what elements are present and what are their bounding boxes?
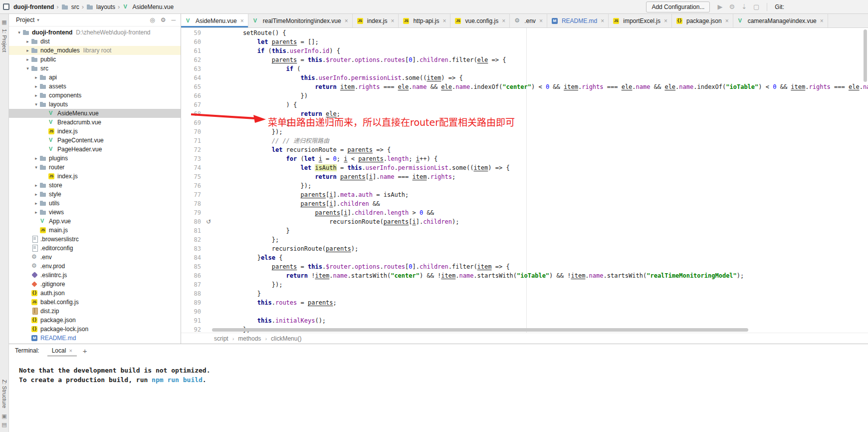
tree-item-main.js[interactable]: main.js: [9, 226, 181, 235]
chevron-closed-icon[interactable]: ▸: [33, 192, 39, 197]
tree-item-.env.prod[interactable]: .env.prod: [9, 262, 181, 271]
tree-item-dist.zip[interactable]: dist.zip: [9, 307, 181, 316]
locate-icon[interactable]: ◎: [150, 16, 155, 23]
tree-item-router[interactable]: ▾router: [9, 163, 181, 172]
tree-item-index.js[interactable]: index.js: [9, 127, 181, 136]
chevron-closed-icon[interactable]: ▸: [33, 201, 39, 206]
tab-close-icon[interactable]: ×: [539, 17, 543, 24]
favorites-tool-icon[interactable]: ▣: [1, 414, 6, 419]
tree-item-.eslintrc.js[interactable]: .eslintrc.js: [9, 271, 181, 280]
editor-tab-asidemenu.vue[interactable]: AsideMenu.vue×: [181, 14, 248, 27]
tree-item-views[interactable]: ▸views: [9, 208, 181, 217]
chevron-open-icon[interactable]: ▾: [16, 30, 22, 35]
tree-item-utils[interactable]: ▸utils: [9, 199, 181, 208]
title-crumb-src[interactable]: src: [61, 3, 79, 10]
chevron-closed-icon[interactable]: ▸: [33, 75, 39, 80]
chevron-closed-icon[interactable]: ▸: [33, 210, 39, 215]
terminal-tool-icon[interactable]: ▤: [1, 422, 6, 428]
editor-tab-realtimemonitoring-index.vue[interactable]: realTimeMonitoring\index.vue×: [248, 14, 353, 27]
tab-close-icon[interactable]: ×: [391, 17, 394, 24]
tree-item-style[interactable]: ▸style: [9, 190, 181, 199]
chevron-closed-icon[interactable]: ▸: [33, 156, 39, 161]
tab-close-icon[interactable]: ×: [502, 17, 505, 24]
editor-tab-http-api.js[interactable]: http-api.js×: [399, 14, 450, 27]
tab-close-icon[interactable]: ×: [725, 17, 729, 24]
chevron-closed-icon[interactable]: ▸: [33, 93, 39, 98]
tree-item-breadcrumb.vue[interactable]: Breadcrumb.vue: [9, 118, 181, 127]
tree-item-app.vue[interactable]: App.vue: [9, 217, 181, 226]
tab-close-icon[interactable]: ×: [601, 17, 604, 24]
tree-item-.gitignore[interactable]: .gitignore: [9, 280, 181, 289]
tree-item-pageheader.vue[interactable]: PageHeader.vue: [9, 145, 181, 154]
editor-tab-vue.config.js[interactable]: vue.config.js×: [450, 14, 510, 27]
tab-close-icon[interactable]: ×: [240, 17, 244, 24]
tool-windows-icon[interactable]: ▦: [1, 19, 6, 25]
chevron-open-icon[interactable]: ▾: [33, 165, 39, 170]
title-crumb-duoji-frontend[interactable]: duoji-frontend: [13, 3, 54, 10]
tab-close-icon[interactable]: ×: [664, 17, 667, 24]
tree-item-duoji-frontend[interactable]: ▾duoji-frontendD:\zheheWeb\duoji-fronten…: [9, 28, 181, 37]
editor-tab-cameramanage-index.vue[interactable]: cameraManage\index.vue×: [733, 14, 828, 27]
stop-square-icon[interactable]: ▢: [753, 3, 759, 10]
add-configuration-button[interactable]: Add Configuration...: [646, 1, 710, 12]
chevron-open-icon[interactable]: ▾: [24, 66, 31, 71]
tree-item-assets[interactable]: ▸assets: [9, 82, 181, 91]
chevron-closed-icon[interactable]: ▸: [24, 57, 31, 62]
chevron-down-icon[interactable]: ▾: [37, 17, 39, 22]
tree-item-layouts[interactable]: ▾layouts: [9, 100, 181, 109]
tree-item-api[interactable]: ▸api: [9, 73, 181, 82]
chevron-closed-icon[interactable]: ▸: [33, 84, 39, 89]
tree-item-index.js[interactable]: index.js: [9, 172, 181, 181]
tree-item-store[interactable]: ▸store: [9, 181, 181, 190]
breadcrumb-clickmenu-[interactable]: clickMenu(): [271, 335, 301, 342]
breadcrumb-script[interactable]: script: [214, 335, 228, 342]
chevron-closed-icon[interactable]: ▸: [24, 48, 31, 53]
tree-item-src[interactable]: ▾src: [9, 64, 181, 73]
tool-button-structure[interactable]: Z: Structure: [1, 380, 7, 408]
tree-item-dist[interactable]: ▸dist: [9, 37, 181, 46]
tree-item-.env[interactable]: .env: [9, 253, 181, 262]
tree-item-package-lock.json[interactable]: package-lock.json: [9, 325, 181, 334]
close-icon[interactable]: ×: [69, 348, 72, 354]
settings-gear-icon[interactable]: ⚙: [729, 3, 735, 10]
tab-close-icon[interactable]: ×: [820, 17, 824, 24]
terminal-tab-local[interactable]: Local ×: [47, 345, 77, 357]
tree-item-components[interactable]: ▸components: [9, 91, 181, 100]
editor-tab-importexcel.js[interactable]: importExcel.js×: [609, 14, 672, 27]
tree-item-plugins[interactable]: ▸plugins: [9, 154, 181, 163]
chevron-closed-icon[interactable]: ▸: [33, 183, 39, 188]
tree-item-babel.config.js[interactable]: babel.config.js: [9, 298, 181, 307]
editor-tab-.env[interactable]: .env×: [510, 14, 547, 27]
editor-tab-readme.md[interactable]: README.md×: [547, 14, 609, 27]
hide-panel-icon[interactable]: ─: [171, 16, 176, 23]
breadcrumb-methods[interactable]: methods: [238, 335, 261, 342]
update-arrow-icon[interactable]: ⇣: [741, 3, 747, 10]
run-icon[interactable]: ▶: [717, 3, 722, 10]
terminal-output[interactable]: Note that the development build is not o…: [9, 357, 868, 432]
editor-tab-index.js[interactable]: index.js×: [353, 14, 399, 27]
title-crumb-asidemenu.vue[interactable]: AsideMenu.vue: [122, 3, 174, 10]
tree-item-auth.json[interactable]: auth.json: [9, 289, 181, 298]
tree-item-node-modules[interactable]: ▸node_moduleslibrary root: [9, 46, 181, 55]
code-editor[interactable]: 59 setRoute() {60 let parents = [];61 if…: [181, 28, 868, 333]
chevron-open-icon[interactable]: ▾: [33, 102, 39, 107]
tree-item-asidemenu.vue[interactable]: AsideMenu.vue: [9, 109, 181, 118]
tree-item-.browserslistrc[interactable]: .browserslistrc: [9, 235, 181, 244]
editor-tab-package.json[interactable]: package.json×: [672, 14, 733, 27]
chevron-closed-icon[interactable]: ▸: [24, 39, 31, 44]
tab-close-icon[interactable]: ×: [442, 17, 446, 24]
tree-item-pagecontent.vue[interactable]: PageContent.vue: [9, 136, 181, 145]
tree-item-.editorconfig[interactable]: .editorconfig: [9, 244, 181, 253]
title-crumb-layouts[interactable]: layouts: [86, 3, 115, 10]
horizontal-scrollbar[interactable]: [212, 328, 748, 332]
tab-close-icon[interactable]: ×: [345, 17, 348, 24]
vertical-scrollbar[interactable]: [864, 29, 867, 82]
settings-gear-icon[interactable]: ⚙: [161, 16, 166, 23]
tree-item-readme.md[interactable]: README.md: [9, 334, 181, 343]
project-panel-title[interactable]: Project: [16, 16, 34, 23]
new-terminal-tab-button[interactable]: +: [83, 347, 87, 355]
tree-item-public[interactable]: ▸public: [9, 55, 181, 64]
tree-item-package.json[interactable]: package.json: [9, 316, 181, 325]
tool-button-project[interactable]: 1: Project: [1, 29, 7, 52]
recursion-marker-icon[interactable]: ↺: [206, 218, 211, 226]
